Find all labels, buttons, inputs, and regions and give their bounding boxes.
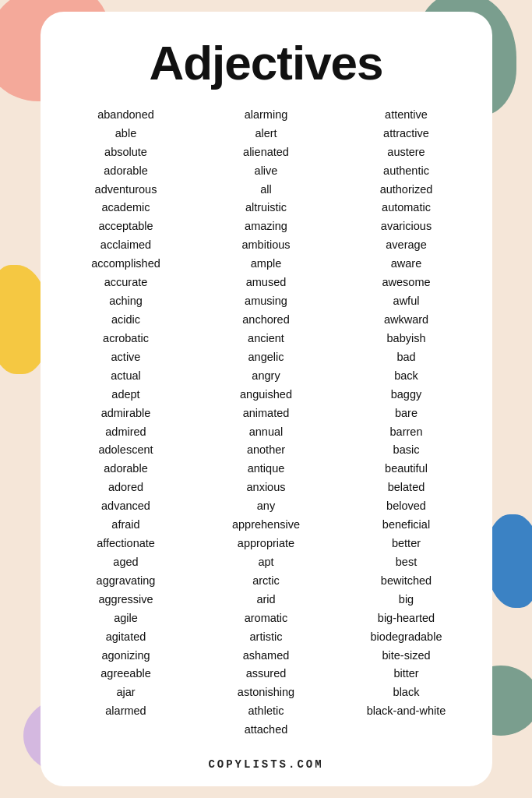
list-item: astonishing	[238, 683, 294, 702]
list-item: beautiful	[385, 460, 428, 478]
list-item: bitter	[393, 665, 418, 683]
list-item: black	[393, 683, 420, 702]
list-item: altruistic	[245, 199, 287, 217]
list-item: attached	[245, 721, 288, 740]
list-item: better	[392, 535, 421, 553]
list-item: amusing	[245, 292, 287, 311]
blob-mid-right	[485, 514, 532, 608]
list-item: ambitious	[241, 236, 290, 255]
list-item: able	[115, 125, 136, 143]
list-item: alarmed	[105, 702, 146, 721]
list-item: agile	[114, 609, 138, 628]
list-item: acidic	[111, 311, 140, 330]
list-item: authentic	[383, 162, 429, 181]
list-item: belated	[388, 478, 425, 497]
list-item: babyish	[387, 330, 426, 348]
list-item: angelic	[248, 348, 284, 367]
list-item: athletic	[248, 702, 284, 721]
list-item: anxious	[247, 478, 286, 497]
list-item: any	[257, 497, 275, 516]
list-item: afraid	[111, 516, 139, 535]
list-item: best	[396, 553, 417, 572]
list-item: accomplished	[91, 255, 160, 274]
list-item: advanced	[101, 497, 150, 516]
page-title: Adjectives	[149, 35, 382, 90]
list-item: aggressive	[98, 591, 153, 609]
list-item: ajar	[116, 683, 135, 702]
column-3: attentiveattractiveaustereauthenticautho…	[336, 106, 477, 740]
list-item: abandoned	[97, 106, 154, 125]
list-item: bewitched	[381, 572, 432, 591]
column-2: alarmingalertalienatedaliveallaltruistic…	[196, 106, 336, 740]
list-item: absolute	[104, 143, 147, 162]
list-item: aged	[113, 553, 138, 572]
list-item: black-and-white	[367, 702, 446, 721]
list-item: accurate	[104, 274, 148, 292]
list-item: agreeable	[100, 665, 151, 683]
list-item: alive	[255, 162, 278, 181]
list-item: apprehensive	[232, 516, 300, 535]
list-item: beneficial	[382, 516, 430, 535]
list-item: admirable	[101, 404, 151, 423]
list-item: avaricious	[381, 217, 432, 236]
list-item: anchored	[242, 311, 289, 330]
column-1: abandonedableabsoluteadorableadventurous…	[56, 106, 196, 740]
list-item: agitated	[106, 628, 146, 647]
list-item: adventurous	[95, 181, 157, 200]
footer-text: COPYLISTS.COM	[208, 758, 323, 771]
list-item: bad	[396, 348, 415, 367]
list-item: bare	[395, 404, 417, 423]
list-item: annual	[249, 423, 284, 442]
list-item: barren	[390, 423, 423, 442]
list-item: academic	[101, 199, 150, 217]
list-item: amazing	[245, 217, 287, 236]
list-item: appropriate	[238, 535, 294, 553]
list-item: attractive	[383, 125, 429, 143]
list-item: baggy	[391, 386, 422, 404]
list-item: biodegradable	[371, 628, 442, 647]
list-item: big-hearted	[378, 609, 435, 628]
list-item: adept	[111, 386, 139, 404]
list-item: alert	[255, 125, 277, 143]
list-item: beloved	[386, 497, 426, 516]
list-item: ancient	[248, 330, 284, 348]
list-item: awesome	[382, 274, 430, 292]
list-item: all	[260, 181, 272, 200]
list-item: another	[247, 441, 285, 460]
list-item: awkward	[384, 311, 428, 330]
list-item: aware	[391, 255, 422, 274]
list-item: assured	[246, 665, 287, 683]
list-item: back	[394, 367, 418, 386]
list-item: aromatic	[245, 609, 288, 628]
word-columns: abandonedableabsoluteadorableadventurous…	[56, 106, 477, 740]
list-item: awful	[393, 292, 420, 311]
list-item: animated	[243, 404, 290, 423]
list-item: ashamed	[243, 647, 290, 666]
list-item: angry	[252, 367, 280, 386]
list-item: actual	[111, 367, 141, 386]
list-item: authorized	[380, 181, 433, 200]
list-item: austere	[387, 143, 425, 162]
list-item: acrobatic	[103, 330, 149, 348]
list-item: average	[386, 236, 426, 255]
list-item: ample	[251, 255, 282, 274]
list-item: antique	[248, 460, 285, 478]
list-item: apt	[258, 553, 273, 572]
list-item: admired	[105, 423, 146, 442]
list-item: active	[111, 348, 141, 367]
list-item: adorable	[104, 460, 147, 478]
list-item: attentive	[385, 106, 428, 125]
list-item: alienated	[243, 143, 289, 162]
list-item: acclaimed	[100, 236, 151, 255]
list-item: affectionate	[97, 535, 155, 553]
list-item: artistic	[250, 628, 283, 647]
list-item: arctic	[252, 572, 280, 591]
list-item: big	[399, 591, 414, 609]
list-item: adorable	[104, 162, 147, 181]
list-item: alarming	[245, 106, 288, 125]
list-item: adored	[108, 478, 143, 497]
list-item: arid	[256, 591, 275, 609]
list-item: acceptable	[98, 217, 153, 236]
list-item: agonizing	[101, 647, 150, 666]
list-item: automatic	[382, 199, 431, 217]
